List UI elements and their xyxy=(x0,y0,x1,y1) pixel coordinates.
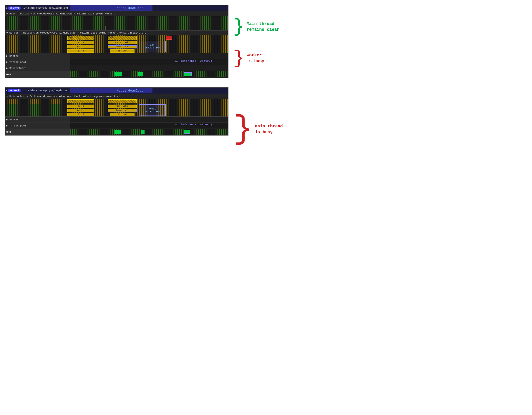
main-header-2: ▼ Main — https://chrome.dev/web-ai-demos… xyxy=(5,94,228,99)
red-bar-1 xyxy=(166,36,172,40)
worker-subtask-row3: d...d do...nd xyxy=(5,49,228,53)
main-subtask-row2-2: (a...) (ano...us) xyxy=(5,108,228,112)
subtask-2b-1: (anon...ous) xyxy=(108,45,137,48)
subtask-2a-2: (a...) xyxy=(67,109,94,112)
subtask-1a-1: R...s xyxy=(67,41,94,44)
main-thread-row1 xyxy=(5,16,228,21)
ai-inference-label-1: AI inference (WebGPU) xyxy=(175,60,213,62)
worker-header-1: ▼ Worker — https://chrome.dev/web-ai-dem… xyxy=(5,30,228,35)
network-file-2: -int4.bin (storage.googleapis.co... xyxy=(22,89,70,92)
trace-panel-2: ▶ Network -int4.bin (storage.googleapis.… xyxy=(5,87,228,136)
threadpool-content-2: AI inference (WebGPU) xyxy=(70,123,228,129)
gpu-row-2: GPU xyxy=(5,129,228,135)
network-content-1: Model download xyxy=(70,5,228,11)
task2-label-1: Task xyxy=(108,36,114,38)
task-bar-2a: Task xyxy=(67,99,94,103)
worker-url-1: ▼ Worker — https://chrome.dev/web-ai-dem… xyxy=(6,31,146,34)
threadpool-content-1: AI inference (WebGPU) xyxy=(70,59,228,65)
subtask-3a-1: d...d xyxy=(67,49,94,53)
network-badge-2: Network xyxy=(8,89,20,92)
raster-label-2[interactable]: ▶ Raster xyxy=(5,117,70,122)
gpu-row-1: GPU xyxy=(5,71,228,78)
model-prep-box-1: Model preparation xyxy=(139,41,166,52)
task1-label-2: Task xyxy=(68,100,73,102)
main-thread-row2 xyxy=(5,21,228,26)
main-header-1: ▼ Main — https://chrome.dev/web-ai-demos… xyxy=(5,11,228,16)
gpu-green-2c-outlined xyxy=(184,130,190,134)
subtask-1b-2: Run...sks xyxy=(108,105,137,108)
main-thread-area-1 xyxy=(5,16,228,30)
subtask-2b-2: (ano...us) xyxy=(108,109,137,112)
gpu-content-1 xyxy=(70,71,228,77)
gpu-label-2: GPU xyxy=(5,129,70,135)
annotations-1: } Main thread remains clean } Worker is … xyxy=(233,12,279,72)
memoryinfra-content-1 xyxy=(70,65,228,71)
raster-row-2: ▶ Raster xyxy=(5,117,228,123)
memoryinfra-row-1: ▶ MemoryInfra xyxy=(5,65,228,71)
gpu-label-1: GPU xyxy=(5,71,70,78)
task-bar-1b: Task xyxy=(108,36,137,40)
diagram1-container: ▶ Network -int4.bin (storage.googleapis.… xyxy=(5,5,527,78)
subtask-1b-1: Run m...asks xyxy=(108,41,137,44)
subtask-3b-2: do...nd xyxy=(110,113,134,116)
main-clean-text: Main thread remains clean xyxy=(247,21,279,33)
worker-busy-text: Worker is busy xyxy=(247,52,264,64)
brace-top-1: } xyxy=(233,18,244,36)
main-task-row-2: Task Task xyxy=(5,99,228,104)
diagram2-container: ▶ Network -int4.bin (storage.googleapis.… xyxy=(5,87,527,153)
network-triangle-icon: ▶ xyxy=(6,7,8,9)
worker-subtask-row2: (a...) (anon...ous) xyxy=(5,45,228,49)
main-url-1: ▼ Main — https://chrome.dev/web-ai-demos… xyxy=(6,12,116,15)
trace-panel-1: ▶ Network -int4.bin (storage.googleapis.… xyxy=(5,5,228,78)
task1-label-1: Task xyxy=(68,36,73,38)
gpu-green-2a xyxy=(114,130,121,134)
threadpool-row-1: ▶ Thread pool AI inference (WebGPU) xyxy=(5,59,228,65)
raster-content-2 xyxy=(70,117,228,122)
gpu-green-2b xyxy=(141,130,144,134)
network-triangle-icon-2: ▶ xyxy=(6,89,8,92)
gpu-content-2 xyxy=(70,129,228,135)
subtask-3b-1: do...nd xyxy=(110,49,134,53)
network-row-1: ▶ Network -int4.bin (storage.googleapis.… xyxy=(5,5,228,11)
gpu-green-1b xyxy=(138,72,143,76)
brace-bottom-1: } xyxy=(233,49,244,67)
main-url-2: ▼ Main — https://chrome.dev/web-ai-demos… xyxy=(6,95,120,98)
main-subtask-row3-2: d...d do...nd xyxy=(5,112,228,117)
brace-2: } xyxy=(233,113,253,146)
main-thread-row3 xyxy=(5,26,228,30)
worker-task-row-1: Task Task xyxy=(5,35,228,40)
subtask-2a-1: (a...) xyxy=(67,45,94,48)
annotation-main-clean: } Main thread remains clean xyxy=(233,12,279,42)
task-bar-2b: Task xyxy=(108,99,137,103)
annotation-main-busy: } Main thread is busy xyxy=(233,106,283,153)
model-download-label-1: Model download xyxy=(117,7,144,10)
gpu-green-1c-outlined xyxy=(184,72,192,76)
gpu-green-1a xyxy=(114,72,122,76)
memoryinfra-label-1[interactable]: ▶ MemoryInfra xyxy=(5,65,70,71)
raster-content-1 xyxy=(70,53,228,59)
task-bar-1a: Task xyxy=(67,36,94,40)
network-content-2: Model download xyxy=(70,88,228,94)
threadpool-label-1[interactable]: ▶ Thread pool xyxy=(5,59,70,65)
network-file-1: -int4.bin (storage.googleapis.com) xyxy=(22,7,69,9)
worker-subtask-row1: R...s Run m...asks Model preparation xyxy=(5,40,228,45)
threadpool-label-2[interactable]: ▶ Thread pool xyxy=(5,123,70,129)
raster-row-1: ▶ Raster xyxy=(5,53,228,59)
annotations-2: } Main thread is busy xyxy=(233,106,283,153)
main-busy-text: Main thread is busy xyxy=(255,123,283,135)
subtask-1a-2: R...s xyxy=(67,105,94,108)
subtask-3a-2: d...d xyxy=(67,113,94,116)
model-prep-box-2: Model preparation xyxy=(139,104,166,116)
ai-inference-label-2: AI inference (WebGPU) xyxy=(175,123,213,126)
main-subtask-row1-2: R...s Run...sks Model preparation xyxy=(5,104,228,108)
raster-label-1[interactable]: ▶ Raster xyxy=(5,53,70,59)
annotation-worker-busy: } Worker is busy xyxy=(233,44,279,72)
threadpool-row-2: ▶ Thread pool AI inference (WebGPU) xyxy=(5,123,228,129)
network-row-2: ▶ Network -int4.bin (storage.googleapis.… xyxy=(5,88,228,94)
network-badge-1: Network xyxy=(8,7,20,9)
model-download-label-2: Model download xyxy=(117,89,144,92)
task2-label-2: Task xyxy=(108,100,114,102)
